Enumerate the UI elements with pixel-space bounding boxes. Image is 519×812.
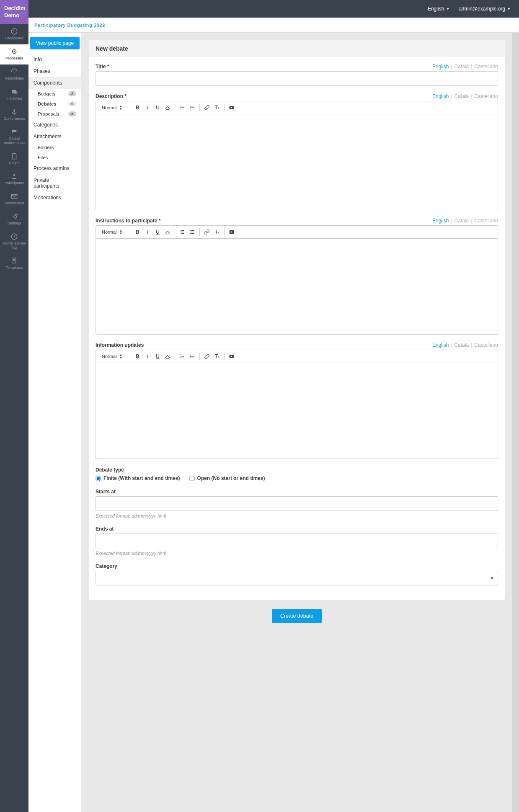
format-select[interactable]: Normal▲▼ [99,104,125,111]
ends-at-hint: Expected format: dd/mm/yyyy hh:ii [96,551,498,556]
format-select[interactable]: Normal▲▼ [99,228,125,236]
lang-tab-catala[interactable]: Català [454,64,469,70]
starts-at-group: Starts at Expected format: dd/mm/yyyy hh… [96,489,498,518]
title-input[interactable] [96,71,498,86]
title-group: Title * English|Català|Castellano [96,64,498,86]
view-public-page-button[interactable]: View public page [30,37,80,49]
lang-tab-castellano[interactable]: Castellano [474,93,498,99]
lang-tab-catala[interactable]: Català [454,342,469,348]
sidebar-subitem-budgets[interactable]: Budgets2 [28,89,81,99]
instructions-group: Instructions to participate * English|Ca… [96,218,498,335]
lang-tab-castellano[interactable]: Castellano [474,64,498,70]
erase-button[interactable] [163,352,172,361]
bold-button[interactable]: B [133,103,142,112]
sidebar-item-components[interactable]: Components [28,77,81,89]
format-label: Normal [102,105,116,110]
sidebar-item-info[interactable]: Info [28,54,81,65]
unordered-list-button[interactable] [188,352,197,361]
format-select[interactable]: Normal▲▼ [99,353,125,360]
open-radio[interactable] [189,476,195,481]
sidebar-item-attachments[interactable]: Attachments [28,131,81,142]
underline-button[interactable]: U [153,227,162,237]
ordered-list-button[interactable] [178,103,187,112]
sidebar-item-process-admins[interactable]: Process admins [28,162,81,174]
nav-conferences[interactable]: Conferences [0,105,28,125]
updates-textarea[interactable] [96,363,498,459]
language-menu[interactable]: English ▼ [428,6,449,12]
breadcrumb-link[interactable]: Participatory Budgeting 2022 [34,23,105,28]
sidebar-item-moderations[interactable]: Moderations [28,192,81,204]
video-button[interactable] [227,227,236,237]
lang-tab-english[interactable]: English [432,93,449,99]
clear-format-button[interactable]: Tx [212,227,222,237]
nav-pages[interactable]: Pages [0,149,28,169]
link-button[interactable] [202,227,212,237]
video-button[interactable] [227,352,236,361]
svg-point-19 [190,355,191,356]
erase-button[interactable] [163,227,172,237]
clear-format-button[interactable]: Tx [212,352,222,361]
nav-participants[interactable]: Participants [0,169,28,189]
lang-tab-english[interactable]: English [432,64,449,70]
description-textarea[interactable] [96,114,498,210]
unordered-list-button[interactable] [188,103,197,112]
ordered-list-button[interactable] [178,352,187,361]
user-menu[interactable]: admin@example.org ▼ [459,6,511,12]
lang-tab-english[interactable]: English [432,342,449,348]
nav-processes[interactable]: Processes [0,44,28,64]
instructions-textarea[interactable] [96,239,498,334]
erase-button[interactable] [163,103,172,112]
brand-logo[interactable]: Decidim Demo [0,0,28,24]
count-badge: 3 [68,111,76,116]
nav-admin-activity-log[interactable]: Admin activity log [0,229,28,254]
lang-tab-english[interactable]: English [432,218,449,224]
scrollbar-gutter[interactable] [512,33,519,812]
clear-format-button[interactable]: Tx [212,103,222,112]
nav-newsletters[interactable]: Newsletters [0,189,28,209]
italic-button[interactable]: I [143,227,152,237]
finite-radio-label[interactable]: Finite (With start and end times) [96,475,180,481]
bold-button[interactable]: B [133,352,142,361]
select-arrows-icon: ▲▼ [119,105,122,111]
participants-icon [10,173,18,180]
italic-button[interactable]: I [143,352,152,361]
lang-tab-castellano[interactable]: Castellano [474,218,498,224]
sidebar-subitem-debates[interactable]: Debates0 [28,99,81,109]
sidebar-subitem-folders[interactable]: Folders [28,142,81,152]
dashboard-icon [10,28,18,35]
sidebar-subitem-proposals[interactable]: Proposals3 [28,109,81,119]
breadcrumb: Participatory Budgeting 2022 [28,18,519,33]
bold-button[interactable]: B [133,227,142,237]
lang-tabs: English|Català|Castellano [432,64,498,70]
caret-down-icon: ▼ [507,7,511,11]
video-button[interactable] [227,103,236,112]
nav-initiatives[interactable]: Initiatives [0,85,28,105]
ordered-list-button[interactable] [178,227,187,237]
italic-button[interactable]: I [143,103,152,112]
nav-settings[interactable]: Settings [0,209,28,229]
lang-tab-castellano[interactable]: Castellano [474,342,498,348]
sidebar-item-phases[interactable]: Phases [28,65,81,77]
sidebar-item-categories[interactable]: Categories [28,119,81,131]
underline-button[interactable]: U [153,103,162,112]
link-button[interactable] [202,103,212,112]
nav-assemblies[interactable]: Assemblies [0,64,28,85]
open-radio-label[interactable]: Open (No start or end times) [189,475,265,481]
lang-tab-catala[interactable]: Català [454,218,469,224]
toolbar-separator [130,104,130,111]
create-debate-button[interactable]: Create debate [272,609,322,623]
nav-dashboard[interactable]: Dashboard [0,24,28,44]
sidebar-subitem-files[interactable]: Files [28,152,81,162]
unordered-list-button[interactable] [188,227,197,237]
link-button[interactable] [202,352,212,361]
nav-global-moderations[interactable]: Global moderations [0,125,28,149]
sidebar-item-private-participants[interactable]: Private participants [28,174,81,192]
finite-radio[interactable] [96,476,101,481]
toolbar-separator [224,104,225,111]
lang-tab-catala[interactable]: Català [454,93,469,99]
ends-at-input[interactable] [96,534,498,548]
category-select[interactable] [96,571,498,585]
underline-button[interactable]: U [153,352,162,361]
starts-at-input[interactable] [96,496,498,511]
nav-templates[interactable]: Templates [0,254,28,274]
